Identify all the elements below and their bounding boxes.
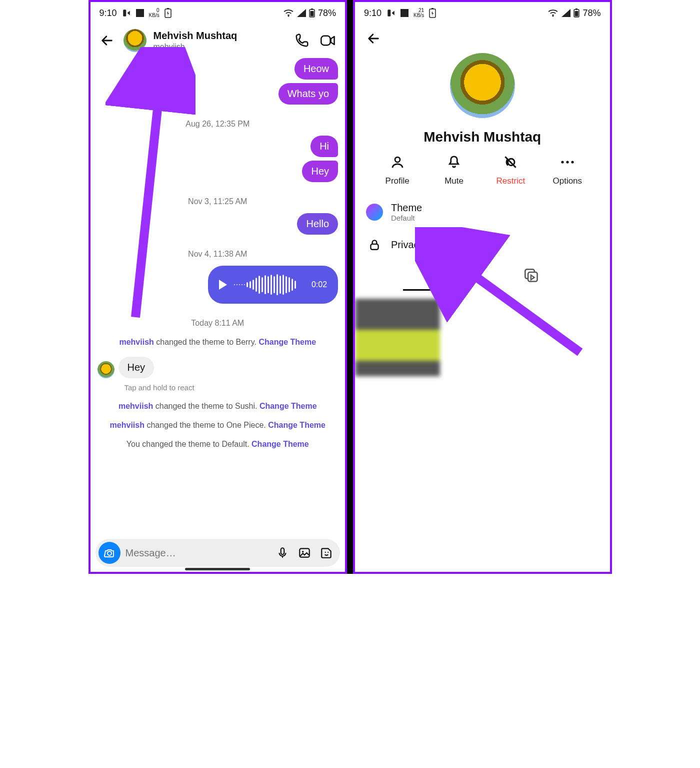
media-thumbnail[interactable]: [355, 299, 440, 376]
svg-rect-3: [167, 8, 169, 9]
media-tab-files[interactable]: [502, 268, 562, 291]
home-indicator[interactable]: [185, 568, 250, 570]
change-theme-link[interactable]: Change Theme: [268, 421, 326, 429]
privacy-label: Privacy & safety: [391, 239, 462, 251]
lock-icon: [366, 236, 383, 253]
sticker-button[interactable]: [318, 544, 335, 561]
media-icon: [524, 268, 539, 283]
network-speed: 0KB/s: [149, 8, 160, 18]
battery-charging-icon: [164, 8, 172, 18]
svg-rect-19: [432, 8, 434, 9]
privacy-setting[interactable]: Privacy & safety: [364, 229, 601, 260]
square-icon: [136, 9, 144, 17]
dnd-icon: [386, 9, 396, 18]
svg-rect-30: [370, 244, 378, 250]
dnd-icon: [122, 9, 131, 18]
wifi-icon: [548, 9, 558, 17]
sent-message[interactable]: Whats yo: [278, 83, 338, 105]
chat-header: Mehvish Mushtaq mehviish: [90, 24, 346, 56]
svg-rect-7: [310, 11, 314, 17]
battery-charging-icon: [429, 8, 436, 18]
square-icon: [400, 9, 408, 17]
svg-point-13: [325, 552, 326, 553]
profile-actions: Profile Mute Restrict Options: [364, 150, 601, 195]
svg-rect-1: [136, 9, 144, 17]
svg-point-24: [395, 157, 400, 162]
more-icon: [558, 153, 576, 171]
status-bar: 9:10 0KB/s 78%: [90, 2, 346, 24]
svg-rect-8: [321, 36, 330, 45]
person-icon: [388, 153, 406, 171]
media-tabs: [364, 260, 601, 294]
profile-action-mute[interactable]: Mute: [432, 153, 476, 186]
message-composer: [96, 539, 340, 567]
svg-rect-16: [388, 10, 390, 17]
status-time: 9:10: [100, 8, 117, 19]
network-speed: 21KB/s: [414, 8, 424, 18]
video-call-button[interactable]: [318, 31, 338, 51]
theme-label: Theme: [391, 202, 422, 214]
camera-button[interactable]: [98, 542, 120, 564]
waveform: [234, 274, 304, 296]
theme-icon: [366, 204, 383, 221]
svg-rect-0: [123, 10, 126, 17]
profile-action-restrict[interactable]: Restrict: [488, 153, 533, 186]
change-theme-link[interactable]: Change Theme: [252, 440, 309, 448]
voice-call-button[interactable]: [292, 31, 312, 51]
shared-media-grid: [355, 299, 610, 376]
svg-point-12: [302, 551, 304, 552]
battery-icon: [309, 9, 315, 18]
timestamp: Nov 4, 11:38 AM: [98, 250, 338, 259]
profile-action-profile[interactable]: Profile: [375, 153, 420, 186]
avatar[interactable]: [124, 29, 146, 52]
back-button[interactable]: [98, 31, 116, 50]
contact-header[interactable]: Mehvish Mushtaq mehviish: [154, 30, 286, 52]
avatar[interactable]: [98, 361, 114, 378]
sent-message[interactable]: Heow: [294, 58, 338, 80]
timestamp: Nov 3, 11:25 AM: [98, 197, 338, 206]
change-theme-link[interactable]: Change Theme: [260, 402, 317, 410]
bell-icon: [445, 153, 463, 171]
svg-point-4: [288, 16, 290, 17]
timestamp: Today 8:11 AM: [98, 319, 338, 328]
signal-icon: [297, 9, 306, 17]
system-message: mehviish changed the theme to Berry. Cha…: [98, 338, 338, 347]
message-input[interactable]: [126, 547, 270, 559]
signal-icon: [562, 9, 570, 17]
gallery-button[interactable]: [296, 544, 313, 561]
svg-rect-23: [575, 11, 578, 17]
sent-message[interactable]: Hey: [302, 161, 338, 182]
received-message[interactable]: Hey: [118, 357, 154, 378]
reaction-hint: Tap and hold to react: [124, 383, 338, 392]
wifi-icon: [283, 9, 294, 17]
profile-avatar[interactable]: [450, 53, 515, 118]
play-icon[interactable]: [219, 280, 227, 290]
contact-name: Mehvish Mushtaq: [154, 30, 286, 42]
system-message: mehviish changed the theme to Sushi. Cha…: [98, 402, 338, 411]
status-time: 9:10: [364, 8, 382, 19]
mic-button[interactable]: [274, 544, 291, 561]
theme-setting[interactable]: Theme Default: [364, 195, 601, 229]
back-button[interactable]: [364, 29, 383, 48]
profile-action-options[interactable]: Options: [545, 153, 590, 186]
battery-icon: [574, 9, 580, 18]
contact-handle: mehviish: [154, 42, 286, 52]
battery-pct: 78%: [582, 8, 600, 19]
profile-name: Mehvish Mushtaq: [364, 129, 601, 145]
svg-point-28: [566, 161, 568, 163]
sent-message[interactable]: Hi: [310, 136, 338, 157]
media-tab-shared[interactable]: [403, 268, 463, 291]
voice-duration: 0:02: [312, 280, 327, 289]
svg-rect-17: [400, 9, 408, 17]
timestamp: Aug 26, 12:35 PM: [98, 120, 338, 129]
system-message: mehviish changed the theme to One Piece.…: [98, 421, 338, 430]
svg-point-27: [561, 161, 564, 163]
sent-message[interactable]: Hello: [297, 213, 338, 235]
svg-point-14: [328, 552, 328, 553]
voice-message[interactable]: 0:02: [208, 266, 338, 304]
change-theme-link[interactable]: Change Theme: [258, 338, 316, 346]
restrict-icon: [502, 153, 520, 171]
battery-pct: 78%: [318, 8, 336, 19]
svg-point-20: [552, 16, 554, 17]
status-bar: 9:10 21KB/s 78%: [355, 2, 610, 24]
